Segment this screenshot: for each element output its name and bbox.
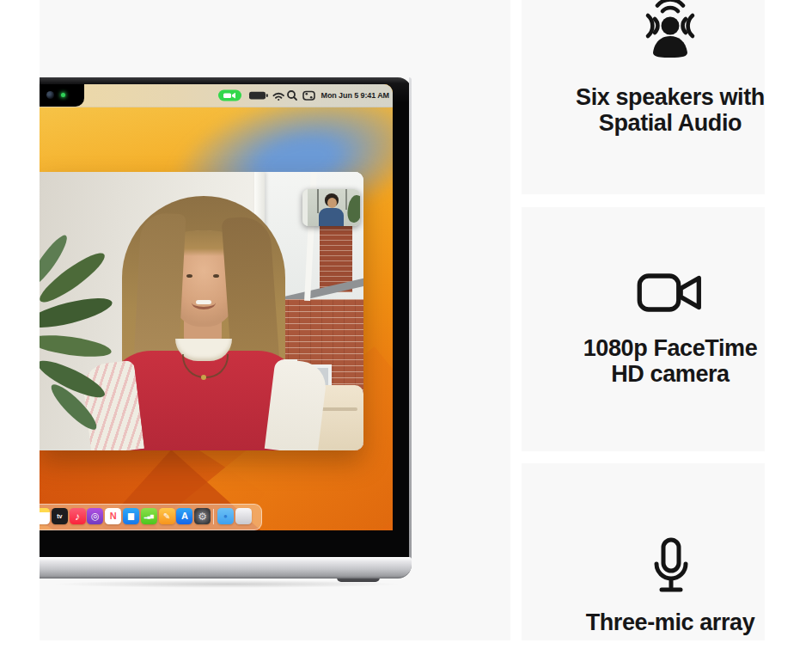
white-sleeve — [265, 358, 328, 450]
camera-lens — [46, 91, 54, 99]
screen-bezel: Mon Jun 5 9:41 AM — [40, 77, 412, 559]
spotlight-icon — [288, 91, 296, 100]
feature-headline-line: 1080p FaceTime — [541, 335, 799, 361]
laptop-base — [40, 557, 412, 579]
feature-headline-line: HD camera — [541, 361, 799, 387]
facetime-pip — [302, 189, 360, 226]
status-icons — [218, 89, 317, 102]
dock-icon-app-store: A — [176, 508, 192, 524]
menu-bar-clock: Mon Jun 5 9:41 AM — [321, 91, 389, 100]
wifi-icon — [273, 94, 283, 101]
white-sleeve — [81, 360, 144, 450]
feature-tile-facetime-camera: 1080p FaceTime HD camera — [522, 207, 765, 451]
feature-headline-line: Spatial Audio — [541, 110, 799, 136]
feature-grid-image: Mon Jun 5 9:41 AM — [0, 0, 812, 649]
dock-icon-numbers: ▂▄▆ — [141, 508, 157, 524]
camera-indicator-light — [61, 93, 65, 97]
necklace-pendant — [201, 375, 206, 380]
caller-eye — [186, 274, 192, 278]
caller-eye — [213, 274, 219, 278]
pip-caller-face — [327, 198, 337, 208]
pip-window-frame — [302, 189, 308, 226]
dock-icons: tv♪◎N▆▂▄▆✎A⚙● — [40, 505, 261, 530]
pip-plant — [345, 194, 360, 223]
feature-headline-line: Three-mic array — [541, 609, 799, 635]
facetime-window — [40, 172, 363, 450]
caller-smile-teeth — [196, 300, 211, 304]
dock-icon-news: N — [105, 508, 121, 524]
macbook-display: Mon Jun 5 9:41 AM — [40, 84, 393, 530]
battery-icon — [249, 92, 268, 100]
laptop-shadow — [53, 580, 400, 588]
pip-window-bar — [317, 189, 319, 213]
dock-icon-music: ♪ — [70, 508, 86, 524]
dock-icon-downloads-folder: ● — [217, 508, 234, 524]
dock-divider — [213, 509, 214, 524]
facetime-camera-icon — [637, 269, 704, 316]
dock: tv♪◎N▆▂▄▆✎A⚙● — [40, 504, 262, 530]
dock-icon-apple-tv: tv — [52, 508, 68, 524]
dock-icon-notes — [40, 508, 50, 524]
feature-tile-three-mic: Three-mic array — [522, 463, 765, 640]
control-center-icon — [303, 92, 314, 101]
dock-icon-keynote: ▆ — [123, 508, 139, 524]
menu-bar: Mon Jun 5 9:41 AM — [40, 84, 393, 107]
dock-icon-podcasts: ◎ — [87, 508, 103, 524]
bezel-silver-rim — [409, 77, 412, 559]
menu-bar-status-cluster: Mon Jun 5 9:41 AM — [218, 89, 389, 102]
spatial-audio-icon — [641, 0, 699, 69]
dock-icon-pages: ✎ — [159, 508, 175, 524]
dock-icon-system-settings: ⚙ — [194, 508, 211, 524]
feature-tile-spatial-audio: Six speakers with Spatial Audio — [522, 0, 765, 194]
feature-headline-line: Six speakers with — [541, 84, 799, 110]
pip-caller-shirt — [319, 208, 344, 226]
pip-window-bar — [345, 189, 347, 210]
macbook-photo-tile: Mon Jun 5 9:41 AM — [40, 0, 510, 640]
display-notch — [40, 84, 84, 107]
three-mic-array-icon — [652, 537, 690, 596]
camera-active-pill — [218, 90, 241, 101]
dock-icon-trash — [235, 508, 252, 524]
